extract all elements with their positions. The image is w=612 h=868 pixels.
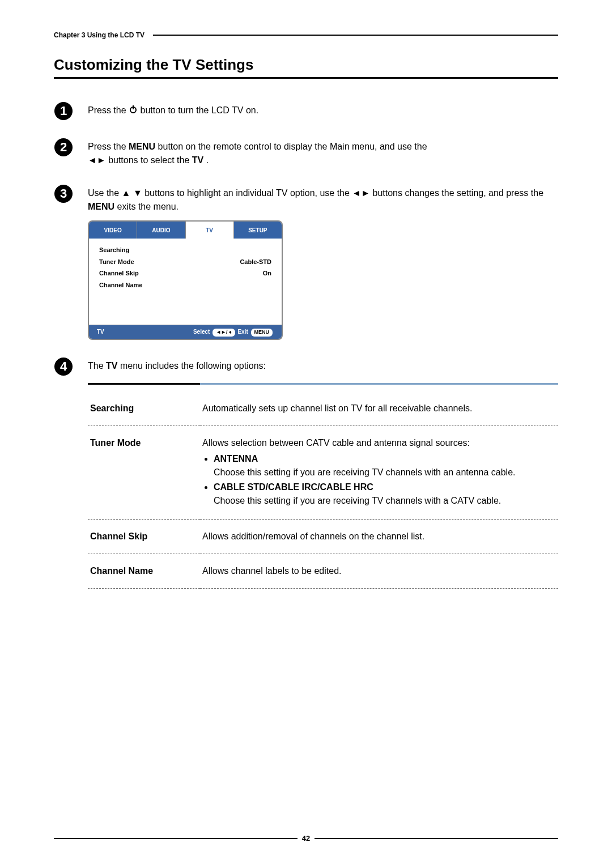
s4-post: menu includes the following options: (120, 361, 266, 371)
step2-end: . (206, 155, 209, 165)
step-3: 3 Use the ▲ ▼ buttons to highlight an in… (54, 184, 558, 340)
menu-value: Cable-STD (240, 257, 271, 267)
step3-mid1: buttons to highlight an individual TV op… (144, 188, 352, 198)
bullet-title: CABLE STD/CABLE IRC/CABLE HRC (214, 482, 373, 492)
header-rule (153, 35, 558, 36)
menu-label: Channel Name (99, 280, 142, 290)
options-table: Searching Automatically sets up channel … (88, 383, 558, 589)
bullet-desc: Choose this setting if you are receiving… (214, 467, 515, 477)
left-right-arrow-icon: ◄► (352, 188, 370, 198)
option-name: Searching (88, 392, 200, 426)
svg-text:2: 2 (60, 140, 67, 154)
footer-rule-right (314, 838, 558, 839)
section-rule (54, 77, 558, 79)
tuner-bullet-cable: CABLE STD/CABLE IRC/CABLE HRC Choose thi… (214, 480, 556, 508)
up-down-arrow-icon: ▲ ▼ (122, 188, 142, 198)
menu-label: Channel Skip (99, 269, 139, 278)
menu-body: Searching Tuner Mode Cable-STD Channel S… (89, 239, 282, 325)
option-row-searching: Searching Automatically sets up channel … (88, 392, 558, 426)
footer-left: TV (97, 327, 104, 336)
option-desc: Automatically sets up channel list on TV… (200, 392, 558, 426)
menu-footer: TV Select ◄►/ ♦ Exit MENU (89, 325, 282, 339)
tab-tv: TV (186, 222, 234, 239)
step-2-number-icon: 2 (54, 138, 88, 167)
menu-row-name: Channel Name (89, 279, 282, 291)
menu-label: Tuner Mode (99, 257, 134, 267)
chapter-header: Chapter 3 Using the LCD TV (54, 31, 558, 39)
option-row-skip: Channel Skip Allows addition/removal of … (88, 519, 558, 554)
tv-menu-screenshot: VIDEO AUDIO TV SETUP Searching Tuner Mod… (88, 220, 283, 340)
option-row-name: Channel Name Allows channel labels to be… (88, 554, 558, 588)
option-name: Channel Skip (88, 519, 200, 554)
tuner-bullet-antenna: ANTENNA Choose this setting if you are r… (214, 452, 556, 479)
step-4-text: The TV menu includes the following optio… (88, 357, 558, 589)
step3-end: exits the menu. (117, 202, 179, 211)
step-2-text: Press the MENU button on the remote cont… (88, 138, 558, 167)
tab-setup: SETUP (234, 222, 282, 239)
svg-text:4: 4 (60, 359, 67, 373)
step-2: 2 Press the MENU button on the remote co… (54, 138, 558, 167)
s4-pre: The (88, 361, 106, 371)
step3-mid2: buttons changes the setting, and press t… (372, 188, 543, 198)
step2-pre: Press the (88, 142, 129, 151)
svg-text:1: 1 (60, 104, 67, 118)
svg-rect-3 (133, 105, 134, 109)
s4-tv: TV (106, 361, 117, 371)
power-icon (129, 104, 138, 118)
menu-value: On (263, 269, 271, 278)
option-desc: Allows selection between CATV cable and … (200, 426, 558, 519)
step1-pre: Press the (88, 105, 129, 115)
step2-mid1: button on the remote control to display … (158, 142, 427, 151)
footer-exit: Exit (237, 329, 248, 335)
menu-row-tuner: Tuner Mode Cable-STD (89, 256, 282, 268)
step-3-text: Use the ▲ ▼ buttons to highlight an indi… (88, 184, 558, 340)
tuner-desc: Allows selection between CATV cable and … (202, 438, 470, 448)
left-right-arrow-icon: ◄► (88, 155, 106, 165)
option-name: Tuner Mode (88, 426, 200, 519)
menu-row-skip: Channel Skip On (89, 267, 282, 279)
menu-row-searching: Searching (89, 244, 282, 256)
tab-video: VIDEO (89, 222, 137, 239)
footer-right: Select ◄►/ ♦ Exit MENU (193, 327, 274, 337)
footer-menu-key-icon: MENU (251, 329, 273, 337)
page-number: 42 (298, 834, 314, 843)
step-4: 4 The TV menu includes the following opt… (54, 357, 558, 589)
footer-select: Select (193, 329, 210, 335)
step1-post: button to turn the LCD TV on. (140, 105, 258, 115)
step-1-text: Press the button to turn the LCD TV on. (88, 101, 558, 121)
option-desc: Allows addition/removal of channels on t… (200, 519, 558, 554)
bullet-title: ANTENNA (214, 454, 258, 463)
step-3-number-icon: 3 (54, 184, 88, 340)
option-name: Channel Name (88, 554, 200, 588)
step2-mid2: buttons to select the (108, 155, 192, 165)
bullet-desc: Choose this setting if you are receiving… (214, 496, 501, 505)
step2-tv: TV (192, 155, 203, 165)
step-4-number-icon: 4 (54, 357, 88, 589)
step3-pre: Use the (88, 188, 122, 198)
footer-rule-left (54, 838, 298, 839)
step-1-number-icon: 1 (54, 101, 88, 121)
step-1: 1 Press the button to turn the LCD TV on… (54, 101, 558, 121)
footer-nav-keys-icon: ◄►/ ♦ (212, 329, 235, 337)
step2-menu: MENU (129, 142, 155, 151)
svg-text:3: 3 (60, 186, 67, 201)
menu-tabs: VIDEO AUDIO TV SETUP (89, 222, 282, 239)
option-desc: Allows channel labels to be edited. (200, 554, 558, 588)
page-footer: 42 (54, 834, 558, 843)
tab-audio: AUDIO (137, 222, 185, 239)
section-title: Customizing the TV Settings (54, 56, 558, 74)
menu-label: Searching (99, 245, 129, 255)
option-row-tuner: Tuner Mode Allows selection between CATV… (88, 426, 558, 519)
chapter-label: Chapter 3 Using the LCD TV (54, 31, 144, 39)
step3-menu: MENU (88, 202, 114, 211)
